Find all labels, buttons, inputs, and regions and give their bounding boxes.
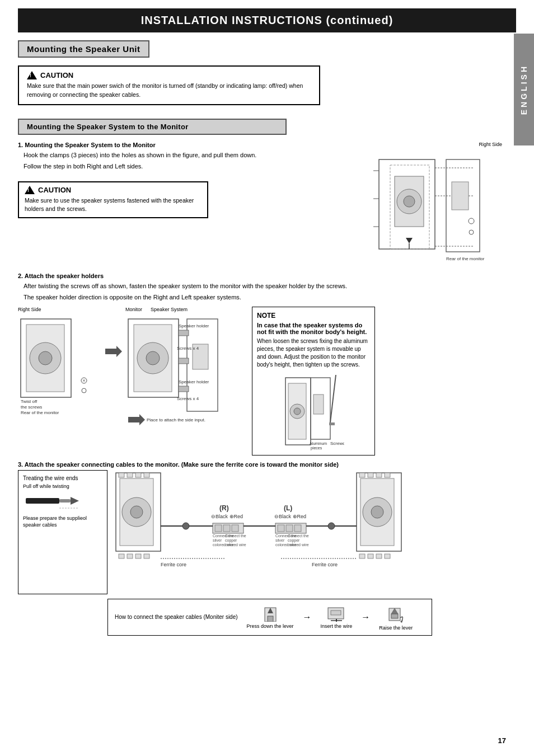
- svg-rect-71: [135, 554, 141, 558]
- svg-text:colored wire: colored wire: [225, 543, 246, 547]
- how-to-step3: Raise the lever: [379, 604, 413, 631]
- svg-marker-30: [105, 346, 122, 357]
- sub-section-heading: Mounting the Speaker System to the Monit…: [27, 123, 189, 131]
- svg-rect-51: [313, 395, 324, 414]
- svg-rect-102: [368, 473, 373, 477]
- svg-point-64: [130, 506, 143, 518]
- svg-point-22: [39, 351, 52, 365]
- step2-middle-svg: Speaker holder Screws x 4 Speaker holder…: [125, 313, 249, 425]
- svg-marker-128: [400, 619, 403, 623]
- caution-triangle-step1-icon: [25, 186, 35, 194]
- svg-text:Speaker holder: Speaker holder: [179, 323, 209, 328]
- arrow-icon-1: →: [303, 612, 312, 622]
- note-title: NOTE: [257, 312, 370, 320]
- svg-text:⊖Black ⊕Red: ⊖Black ⊕Red: [274, 514, 306, 519]
- svg-line-52: [330, 375, 336, 422]
- svg-text:copper: copper: [225, 538, 237, 543]
- svg-rect-53: [329, 422, 335, 425]
- svg-rect-101: [359, 473, 365, 477]
- svg-text:Screwdriver: Screwdriver: [330, 441, 344, 446]
- svg-rect-105: [359, 554, 365, 558]
- cable-diagram: (R) ⊖Black ⊕Red Connect the silver color…: [113, 470, 516, 594]
- step3-title: 3. Attach the speaker connecting cables …: [18, 461, 516, 468]
- svg-text:Ferrite core: Ferrite core: [312, 562, 338, 567]
- step2-middle-diagram: Monitor Speaker System Speaker ho: [125, 307, 249, 426]
- wire-svg: [23, 491, 96, 514]
- svg-point-26: [82, 388, 86, 393]
- caution-box-step1: CAUTION Make sure to use the speaker sys…: [18, 181, 208, 219]
- wire-line1: Pull off while twisting: [23, 483, 102, 489]
- step2-arrow: [105, 307, 122, 357]
- svg-text:Connect the: Connect the: [225, 534, 246, 538]
- note-bold: In case that the speaker systems do not …: [257, 322, 370, 335]
- how-to-section: How to connect the speaker cables (Monit…: [107, 599, 432, 636]
- sidebar-label: ENGLISH: [519, 64, 528, 115]
- svg-rect-108: [385, 554, 390, 558]
- caution-text-top: Make sure that the main power swich of t…: [27, 82, 311, 100]
- svg-text:Screws x 4: Screws x 4: [177, 346, 199, 351]
- step2-left-diagram: Right Side Twist off the screws Rear of …: [18, 307, 102, 415]
- step1-diagram: Right Side Clamps: [359, 142, 516, 267]
- svg-rect-69: [119, 554, 124, 558]
- svg-rect-68: [144, 473, 149, 477]
- svg-text:Ferrite core: Ferrite core: [161, 562, 186, 567]
- svg-rect-78: [232, 525, 238, 532]
- svg-rect-76: [215, 525, 222, 532]
- section1-heading: Mounting the Speaker Unit: [18, 40, 149, 58]
- svg-marker-59: [71, 497, 79, 505]
- note-box: NOTE In case that the speaker systems do…: [252, 307, 375, 456]
- how-to-step1: Press down the lever: [247, 605, 294, 629]
- step1-container: 1. Mounting the Speaker System to the Mo…: [18, 142, 516, 267]
- right-side-label: Right Side: [373, 142, 502, 147]
- svg-rect-107: [376, 554, 382, 558]
- svg-rect-88: [278, 525, 284, 532]
- svg-text:⊖Black ⊕Red: ⊖Black ⊕Red: [211, 514, 243, 519]
- svg-rect-13: [452, 182, 469, 210]
- svg-text:(R): (R): [219, 504, 229, 512]
- svg-rect-57: [26, 498, 59, 504]
- svg-rect-58: [59, 499, 71, 503]
- caution-triangle-icon: [27, 71, 37, 79]
- svg-marker-44: [128, 414, 145, 425]
- note-text: When loosen the screws fixing the alumin…: [257, 337, 370, 369]
- svg-rect-122: [331, 611, 341, 615]
- svg-text:the screws: the screws: [21, 405, 42, 410]
- svg-text:silver: silver: [213, 538, 222, 542]
- step1-line2: Follow the step in both Right and Left s…: [24, 162, 354, 171]
- svg-point-8: [404, 196, 415, 207]
- svg-rect-72: [144, 554, 149, 558]
- svg-rect-103: [376, 473, 382, 477]
- svg-rect-119: [268, 616, 273, 622]
- svg-point-116: [182, 523, 189, 529]
- svg-point-14: [469, 218, 474, 224]
- svg-text:(L): (L): [284, 504, 292, 512]
- caution-title-top: CAUTION: [40, 71, 73, 79]
- svg-rect-77: [223, 525, 230, 532]
- step2-line2: The speaker holder direction is opposite…: [24, 293, 516, 302]
- svg-text:Connect the: Connect the: [288, 534, 309, 538]
- svg-rect-67: [135, 473, 141, 477]
- how-to-label: How to connect the speaker cables (Monit…: [115, 613, 238, 621]
- svg-text:colored wire: colored wire: [288, 543, 309, 547]
- svg-rect-104: [385, 473, 390, 477]
- svg-rect-90: [294, 525, 301, 532]
- svg-rect-38: [179, 358, 189, 364]
- svg-text:Screws x 4: Screws x 4: [177, 396, 199, 401]
- wire-box-title: Treating the wire ends: [23, 475, 102, 481]
- caution-box-top: CAUTION Make sure that the main power sw…: [18, 65, 320, 105]
- svg-text:silver: silver: [275, 538, 285, 542]
- svg-rect-70: [127, 554, 133, 558]
- section1-title: Mounting the Speaker Unit: [27, 44, 140, 54]
- svg-point-117: [328, 523, 335, 529]
- svg-text:Rear of the monitor: Rear of the monitor: [446, 256, 485, 261]
- svg-point-49: [294, 408, 301, 415]
- page-number: 17: [498, 736, 506, 745]
- svg-text:Place to attach the side input: Place to attach the side input.: [147, 417, 205, 422]
- caution-step1-title: CAUTION: [38, 186, 71, 194]
- step2-left-svg: Twist off the screws Rear of the monitor: [18, 313, 102, 414]
- header-title: INSTALLATION INSTRUCTIONS (continued): [141, 14, 394, 26]
- svg-rect-89: [286, 525, 293, 532]
- svg-point-36: [146, 351, 160, 365]
- svg-point-15: [469, 230, 474, 234]
- svg-text:Speaker holder: Speaker holder: [179, 379, 209, 384]
